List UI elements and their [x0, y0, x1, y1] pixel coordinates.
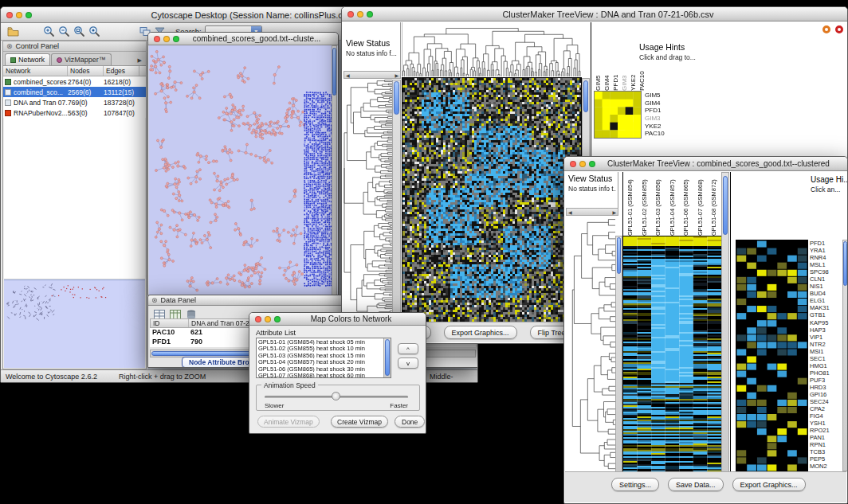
attribute-list-item[interactable]: GPL51-07 (GSM868) heat shock 60 min	[257, 372, 383, 377]
dialog-titlebar[interactable]: Map Colors to Network	[249, 313, 426, 326]
done-button[interactable]: Done	[395, 416, 425, 428]
tv2-gene-label: MSI1	[810, 348, 845, 355]
close-button[interactable]	[154, 36, 160, 42]
scroll-right-icon[interactable]: ▶	[612, 209, 616, 215]
close-button[interactable]	[347, 11, 354, 18]
tv1-heatmap[interactable]	[402, 77, 582, 322]
attribute-list-label: Attribute List	[256, 329, 296, 337]
network-name: RNAPuberNov2...	[14, 109, 68, 117]
network-view-titlebar[interactable]: combined_scores_good.txt--cluste...	[148, 33, 338, 45]
move-down-button[interactable]: v	[398, 357, 418, 369]
attribute-list-scrollbar[interactable]	[383, 338, 391, 377]
panel-close-icon[interactable]: ⊗	[151, 297, 158, 304]
tv1-export-graphics-button[interactable]: Export Graphics...	[444, 326, 517, 339]
tab-vizmapper-label: VizMapper™	[65, 56, 106, 64]
tv2-gene-label: PHO81	[810, 369, 845, 377]
network-vertical-scrollbar[interactable]	[332, 45, 337, 295]
network-list-row[interactable]: combined_sco...2569(6)13112(15)	[3, 87, 146, 97]
vizmapper-tab-icon	[57, 57, 62, 63]
network-name: combined_scores	[14, 78, 68, 86]
network-view-window: combined_scores_good.txt--cluste...	[147, 32, 339, 296]
minimize-button[interactable]	[357, 11, 363, 18]
tv2-mini-scrollbar[interactable]: ◀ ▶	[566, 208, 618, 216]
zoom-out-icon[interactable]	[57, 25, 72, 39]
minimize-button[interactable]	[16, 12, 22, 18]
zoom-window-button[interactable]	[274, 316, 281, 322]
close-button[interactable]	[6, 12, 13, 18]
attribute-list-item[interactable]: GPL51-02 (GSM855) heat shock 10 min	[257, 345, 383, 351]
tv2-gene-label: KAP95	[810, 319, 845, 326]
tv1-column-dendrogram[interactable]	[402, 22, 581, 76]
tv1-similarity-matrix[interactable]	[594, 91, 642, 139]
zoom-window-button[interactable]	[26, 12, 32, 18]
network-list-row[interactable]: RNAPuberNov2...563(0)107847(0)	[3, 107, 146, 118]
tv2-gene-label: SPC98	[810, 268, 845, 275]
column-id[interactable]: ID	[151, 319, 189, 327]
zoom-in-icon[interactable]	[41, 25, 57, 39]
zoom-fit-icon[interactable]	[72, 25, 87, 39]
tv2-column-label: GPL51-03 (GSM856)	[651, 172, 665, 236]
tv2-vertical-scrollbar[interactable]	[721, 172, 729, 472]
scroll-right-icon[interactable]: ▶	[395, 72, 398, 78]
tv2-gene-label: RPN1	[810, 441, 845, 448]
tv1-gene-label: GIM3	[645, 115, 665, 123]
attribute-list-item[interactable]: GPL51-06 (GSM865) heat shock 30 min	[257, 365, 383, 372]
tv1-matrix-column-label: GIM3	[620, 24, 629, 91]
attribute-list-item[interactable]: GPL51-01 (GSM854) heat shock 05 min	[257, 338, 383, 345]
scroll-left-icon[interactable]: ◀	[346, 72, 350, 78]
tv2-titlebar[interactable]: ClusterMaker TreeView : combined_scores_…	[564, 157, 847, 171]
round-orange-icon[interactable]	[822, 25, 830, 33]
tv1-view-status-title: View Status	[346, 38, 390, 48]
tv2-export-graphics-button[interactable]: Export Graphics...	[732, 478, 806, 491]
create-vizmap-button[interactable]: Create Vizmap	[331, 416, 388, 428]
speed-slider-thumb[interactable]	[332, 392, 340, 400]
panel-close-icon[interactable]: ⊗	[6, 43, 13, 50]
tv1-row-dendrogram[interactable]	[344, 80, 392, 322]
close-button[interactable]	[570, 161, 576, 167]
close-button[interactable]	[255, 316, 261, 322]
tv2-gene-label: MAK31	[810, 304, 845, 311]
tv1-left-scrollbar[interactable]	[392, 80, 401, 322]
window-controls	[154, 36, 179, 42]
minimize-button[interactable]	[163, 36, 170, 42]
network-list: combined_scores2764(0)16218(0)combined_s…	[3, 76, 146, 118]
tv2-gene-label: SEC1	[810, 355, 845, 362]
tv2-gene-list: PFD1YRA1RNR4MSL1SPC98CLN1NIS1BUD4ELG1MAK…	[810, 240, 845, 471]
round-red-icon[interactable]	[835, 25, 843, 33]
network-list-row[interactable]: DNA and Tran 07...769(0)183728(0)	[3, 97, 146, 107]
tab-overflow-icon[interactable]: ▶	[138, 57, 144, 65]
minimize-button[interactable]	[265, 316, 271, 322]
tv1-titlebar[interactable]: ClusterMaker TreeView : DNA and Tran 07-…	[342, 7, 847, 21]
open-session-icon[interactable]	[6, 25, 21, 39]
tv2-settings-button[interactable]: Settings...	[611, 478, 659, 491]
zoom-window-button[interactable]	[173, 36, 179, 42]
tv1-usage-hints-title: Usage Hints	[639, 42, 685, 52]
tv2-row-dendrogram[interactable]	[566, 217, 615, 471]
tv2-view-status-text: No status info t...	[568, 185, 616, 193]
tv2-view-status-panel: View Status No status info t...	[566, 172, 618, 208]
tv1-mini-scrollbar[interactable]: ◀ ▶	[344, 71, 401, 79]
move-up-button[interactable]: ^	[398, 343, 418, 354]
tv2-gene-label: YSH1	[810, 420, 845, 427]
tv2-heatmap[interactable]	[622, 236, 721, 473]
tv2-left-scrollbar[interactable]	[615, 236, 622, 472]
column-nodes[interactable]: Nodes	[68, 66, 104, 76]
network-overview-thumbnail[interactable]	[4, 279, 145, 368]
zoom-window-button[interactable]	[367, 11, 373, 18]
tv2-save-data-button[interactable]: Save Data...	[668, 478, 724, 491]
tab-network[interactable]: Network	[5, 53, 50, 65]
column-edges[interactable]: Edges	[104, 66, 139, 76]
zoom-selected-icon[interactable]	[87, 25, 102, 39]
scroll-left-icon[interactable]: ◀	[568, 209, 572, 215]
network-list-row[interactable]: combined_scores2764(0)16218(0)	[3, 76, 146, 87]
tab-vizmapper[interactable]: VizMapper™	[51, 53, 112, 65]
column-network[interactable]: Network	[3, 66, 68, 76]
attribute-list-item[interactable]: GPL51-04 (GSM857) heat shock 20 min	[257, 358, 383, 365]
animate-vizmap-button[interactable]: Animate Vizmap	[257, 416, 320, 428]
network-view-canvas[interactable]	[149, 45, 333, 295]
minimize-button[interactable]	[579, 161, 586, 167]
tv2-gene-scrollbar[interactable]	[842, 240, 848, 471]
attribute-list-item[interactable]: GPL51-03 (GSM856) heat shock 15 min	[257, 352, 383, 358]
tv2-zoom-heatmap[interactable]	[736, 240, 808, 472]
tv2-gene-label: MON2	[810, 463, 845, 470]
